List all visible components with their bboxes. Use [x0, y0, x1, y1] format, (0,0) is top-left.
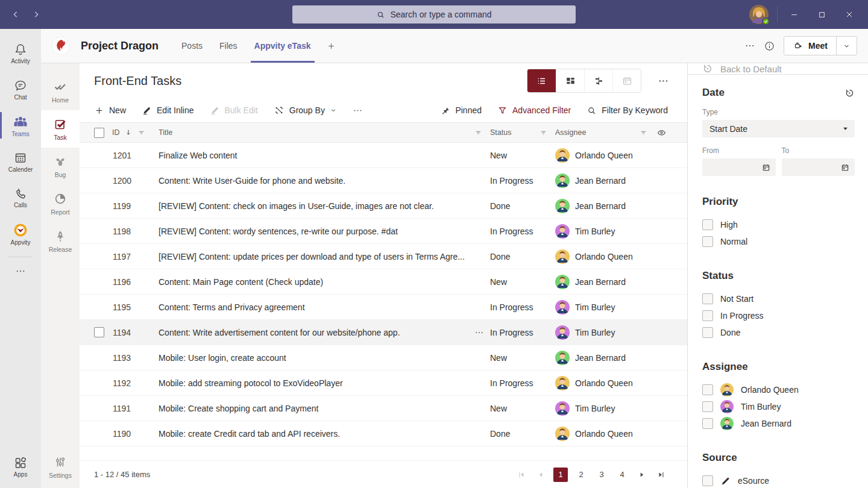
etask-rail-item-report[interactable]: Report [41, 185, 80, 222]
filter-lines-icon[interactable] [137, 128, 146, 137]
channel-more-icon[interactable] [744, 40, 755, 51]
task-row[interactable]: 1199 [REVIEW] Content: check on images i… [80, 193, 687, 219]
task-row[interactable]: 1197 [REVIEW] Content: update prices per… [80, 244, 687, 269]
back-icon[interactable] [8, 7, 23, 22]
date-type-select[interactable]: Start Date [702, 120, 855, 137]
filter-lines-icon[interactable] [639, 128, 648, 137]
assignee-checkbox[interactable] [702, 384, 713, 395]
date-to-input[interactable] [782, 158, 855, 176]
priority-checkbox[interactable] [702, 236, 713, 247]
date-reset-icon[interactable] [844, 88, 855, 98]
rail-item-appvity[interactable]: Appvity [0, 216, 41, 252]
new-button[interactable]: New [94, 105, 126, 116]
assignee-checkbox[interactable] [702, 418, 713, 429]
filter-lines-icon[interactable] [474, 128, 483, 137]
bulk-edit-button[interactable]: Bulk Edit [210, 105, 258, 116]
group-by-button[interactable]: Group By [274, 105, 337, 116]
status-checkbox[interactable] [702, 327, 713, 338]
date-from-input[interactable] [702, 158, 776, 176]
filter-keyword-button[interactable]: Filter By Keyword [587, 105, 668, 116]
tab-appvity-etask[interactable]: Appvity eTask [246, 29, 319, 63]
view-more-icon[interactable] [651, 69, 675, 92]
sort-descending-icon[interactable] [124, 128, 133, 137]
add-tab-icon[interactable] [319, 29, 343, 63]
board-view-button[interactable] [556, 69, 584, 92]
advanced-filter-button[interactable]: Advanced Filter [497, 105, 571, 116]
filter-lines-icon[interactable] [539, 128, 548, 137]
rail-item-chat[interactable]: Chat [0, 71, 41, 107]
priority-checkbox[interactable] [702, 219, 713, 230]
tab-posts[interactable]: Posts [173, 29, 211, 63]
task-title[interactable]: [REVIEW] Content: wordy sentences, re-wr… [159, 227, 468, 236]
info-icon[interactable] [764, 40, 775, 52]
column-assignee[interactable]: Assignee [555, 128, 586, 137]
page-button[interactable]: 3 [594, 468, 609, 482]
task-title[interactable]: Finalize Web content [159, 151, 468, 160]
task-row[interactable]: 1196 Content: Main Page content (Check u… [80, 269, 687, 295]
etask-rail-item-home[interactable]: Home [41, 73, 80, 110]
last-page-icon[interactable] [655, 468, 668, 481]
calendar-view-button[interactable] [612, 69, 641, 92]
list-view-button[interactable] [527, 69, 556, 92]
page-button[interactable]: 4 [615, 468, 629, 482]
etask-rail-item-bug[interactable]: Bug [41, 148, 80, 185]
source-checkbox[interactable] [702, 475, 713, 486]
task-title[interactable]: Mobile: User login, create account [159, 353, 468, 363]
column-visibility-eye-icon[interactable] [656, 128, 667, 138]
task-row[interactable]: 1192 Mobile: add streaming potocol to Ex… [80, 371, 687, 396]
column-title[interactable]: Title [159, 128, 468, 137]
close-button[interactable] [835, 0, 863, 29]
row-more-icon[interactable] [474, 328, 484, 337]
assignee-checkbox[interactable] [702, 401, 713, 412]
rail-item-activity[interactable]: Activity [0, 35, 41, 71]
user-avatar[interactable] [749, 5, 769, 24]
task-row[interactable]: 1194 Content: Write advertisement conten… [80, 320, 687, 345]
task-title[interactable]: Mobile: create Credit card tab and API r… [159, 429, 468, 439]
command-search-input[interactable]: Search or type a command [292, 5, 576, 23]
etask-rail-item-release[interactable]: Release [41, 222, 80, 260]
task-title[interactable]: [REVIEW] Content: check on images in Use… [159, 201, 468, 211]
rail-item-apps[interactable]: Apps [0, 448, 41, 484]
minimize-button[interactable] [780, 0, 808, 29]
status-checkbox[interactable] [702, 293, 713, 304]
task-row[interactable]: 1198 [REVIEW] Content: wordy sentences, … [80, 219, 687, 244]
pinned-button[interactable]: Pinned [440, 105, 482, 116]
tab-files[interactable]: Files [211, 29, 246, 63]
etask-rail-item-task[interactable]: Task [41, 110, 80, 148]
meet-button[interactable]: Meet [784, 37, 836, 55]
status-checkbox[interactable] [702, 310, 713, 321]
task-row[interactable]: 1193 Mobile: User login, create account … [80, 345, 687, 371]
task-title[interactable]: Mobile: Create shopping cart and Payment [159, 404, 468, 413]
forward-icon[interactable] [29, 7, 43, 22]
back-to-default-button[interactable]: Back to Default [688, 63, 868, 75]
toolbar-more-icon[interactable] [353, 105, 363, 116]
column-status[interactable]: Status [490, 128, 511, 137]
page-button[interactable]: 2 [574, 468, 588, 482]
select-all-checkbox[interactable] [94, 128, 104, 138]
maximize-button[interactable] [808, 0, 835, 29]
task-title[interactable]: Mobile: add streaming potocol to ExoVide… [159, 378, 468, 388]
first-page-icon[interactable] [515, 468, 528, 481]
page-button[interactable]: 1 [553, 468, 568, 482]
gantt-view-button[interactable] [584, 69, 612, 92]
rail-item-teams[interactable]: Teams [0, 107, 41, 143]
task-row[interactable]: 1190 Mobile: create Credit card tab and … [80, 421, 687, 446]
task-row[interactable]: 1191 Mobile: Create shopping cart and Pa… [80, 396, 687, 421]
task-title[interactable]: Content: Write User-Guide for phone and … [159, 176, 468, 186]
edit-inline-button[interactable]: Edit Inline [142, 105, 193, 116]
column-id[interactable]: ID [112, 128, 120, 137]
task-row[interactable]: 1201 Finalize Web content New Orlando Qu… [80, 143, 687, 168]
task-title[interactable]: Content: Main Page content (Check update… [159, 277, 468, 287]
next-page-icon[interactable] [635, 468, 649, 481]
rail-item-calls[interactable]: Calls [0, 180, 41, 216]
row-checkbox[interactable] [94, 327, 104, 337]
etask-rail-item-settings[interactable]: Settings [41, 448, 80, 486]
task-row[interactable]: 1200 Content: Write User-Guide for phone… [80, 168, 687, 193]
task-row[interactable]: 1195 Content: Terms and Privacy agreemen… [80, 295, 687, 320]
task-title[interactable]: Content: Terms and Privacy agreement [159, 302, 468, 312]
previous-page-icon[interactable] [534, 468, 547, 481]
rail-item-calendar[interactable]: Calender [0, 143, 41, 180]
meet-dropdown-icon[interactable] [836, 37, 857, 55]
task-title[interactable]: [REVIEW] Content: update prices per down… [159, 252, 468, 261]
rail-more-icon[interactable] [15, 262, 26, 280]
